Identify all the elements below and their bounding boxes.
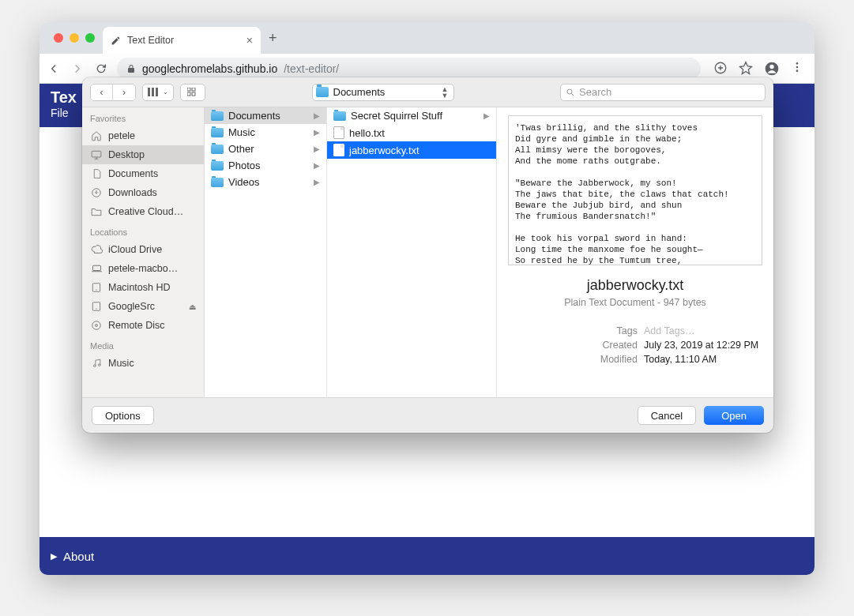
menu-icon[interactable]	[791, 61, 803, 77]
disc-icon	[90, 319, 103, 332]
reload-button[interactable]	[93, 61, 109, 77]
maximize-window[interactable]	[85, 33, 95, 43]
folder-icon	[333, 111, 346, 121]
svg-point-5	[796, 69, 799, 72]
install-icon[interactable]	[713, 61, 728, 77]
nav-forward-button[interactable]: ›	[113, 85, 135, 100]
footer-about: About	[63, 550, 94, 563]
profile-icon[interactable]	[764, 61, 780, 77]
folder-item-label: Documents	[228, 110, 280, 122]
sidebar-item-icloud-drive[interactable]: iCloud Drive	[82, 240, 204, 259]
sidebar-item-remote-disc[interactable]: Remote Disc	[82, 316, 204, 335]
modified-value: Today, 11:10 AM	[644, 354, 762, 365]
doc-icon	[90, 167, 103, 180]
new-tab-button[interactable]: +	[269, 30, 277, 47]
folder-item[interactable]: Documents▶	[205, 107, 326, 124]
sidebar-item-label: Creative Cloud…	[108, 206, 183, 217]
folder-item[interactable]: Videos▶	[205, 174, 326, 190]
home-icon	[90, 130, 103, 142]
hdd-icon	[90, 281, 103, 294]
sidebar-item-downloads[interactable]: Downloads	[82, 183, 204, 202]
folder-icon	[211, 161, 224, 171]
cancel-button[interactable]: Cancel	[638, 406, 696, 425]
preview-filename: jabberwocky.txt	[508, 277, 762, 294]
back-button[interactable]	[46, 61, 62, 77]
minimize-window[interactable]	[70, 33, 79, 43]
close-window[interactable]	[54, 33, 63, 43]
chevron-right-icon: ▶	[314, 178, 320, 186]
view-mode-button[interactable]: ⌄	[142, 84, 174, 101]
sidebar-item-macintosh-hd[interactable]: Macintosh HD	[82, 278, 204, 297]
modified-label: Modified	[600, 354, 638, 365]
preview-kind: Plain Text Document - 947 bytes	[508, 297, 762, 308]
folder-item[interactable]: Photos▶	[205, 157, 326, 174]
sidebar-section-header: Media	[82, 335, 204, 354]
url-host: googlechromelabs.github.io	[142, 62, 277, 75]
svg-rect-7	[152, 88, 154, 96]
svg-point-20	[96, 308, 96, 309]
sidebar-item-music[interactable]: Music	[82, 354, 204, 373]
music-icon	[90, 357, 103, 370]
sidebar-item-desktop[interactable]: Desktop	[82, 145, 204, 164]
folder-item-label: Photos	[228, 160, 260, 171]
svg-rect-14	[92, 151, 101, 157]
hdd-icon	[90, 300, 103, 313]
sidebar-item-label: Desktop	[108, 149, 145, 160]
sidebar-item-googlesrc[interactable]: GoogleSrc⏏	[82, 297, 204, 316]
forward-button[interactable]	[70, 61, 85, 77]
sidebar-item-documents[interactable]: Documents	[82, 164, 204, 183]
svg-rect-8	[156, 88, 158, 96]
updown-icon: ▲▼	[442, 86, 449, 99]
download-icon	[90, 186, 103, 199]
sidebar-item-label: Macintosh HD	[108, 282, 171, 293]
svg-rect-12	[192, 92, 195, 96]
close-tab-icon[interactable]: ×	[246, 34, 253, 47]
preview-pane: 'Twas brillig, and the slithy toves Did …	[497, 107, 773, 397]
sidebar-item-creative-cloud-[interactable]: Creative Cloud…	[82, 202, 204, 221]
sidebar-section-header: Locations	[82, 221, 204, 240]
group-button[interactable]	[180, 84, 205, 101]
eject-icon[interactable]: ⏏	[189, 302, 196, 311]
file-item[interactable]: jabberwocky.txt	[327, 141, 496, 159]
sidebar-section-header: Favorites	[82, 107, 204, 126]
lock-icon	[126, 64, 136, 73]
search-input[interactable]: Search	[560, 84, 766, 101]
chevron-right-icon: ▶	[483, 111, 490, 120]
app-footer[interactable]: ▶ About	[40, 537, 814, 575]
tags-value[interactable]: Add Tags…	[644, 325, 762, 336]
folder-dropdown[interactable]: Documents ▲▼	[312, 84, 454, 101]
folder-icon	[211, 111, 224, 121]
svg-point-18	[96, 289, 96, 290]
svg-rect-16	[92, 265, 100, 270]
column-folders: Documents▶Music▶Other▶Photos▶Videos▶	[205, 107, 327, 397]
laptop-icon	[90, 262, 103, 275]
sidebar-item-label: Remote Disc	[108, 320, 165, 331]
dialog-toolbar: ‹ › ⌄ Documents ▲▼ Search	[82, 77, 773, 107]
options-button[interactable]: Options	[92, 406, 154, 425]
file-item[interactable]: hello.txt	[327, 124, 496, 141]
item-label: jabberwocky.txt	[349, 145, 419, 156]
browser-tab[interactable]: Text Editor ×	[103, 27, 261, 54]
sidebar-item-label: petele	[108, 130, 135, 141]
tab-strip: Text Editor × +	[40, 22, 814, 54]
preview-text: 'Twas brillig, and the slithy toves Did …	[508, 115, 762, 265]
sidebar-item-petele-macbo-[interactable]: petele-macbo…	[82, 259, 204, 278]
search-placeholder: Search	[579, 86, 611, 98]
folder-item-label: Videos	[228, 176, 260, 188]
svg-point-13	[567, 89, 572, 94]
folder-icon	[211, 145, 224, 154]
nav-back-button[interactable]: ‹	[91, 85, 113, 100]
folder-item[interactable]: Music▶	[205, 124, 326, 141]
chevron-right-icon: ▶	[314, 111, 320, 120]
folder-item[interactable]: Other▶	[205, 141, 326, 157]
bookmark-icon[interactable]	[739, 61, 753, 77]
window-controls	[46, 33, 103, 43]
open-button[interactable]: Open	[704, 406, 764, 425]
address-bar[interactable]: googlechromelabs.github.io/text-editor/	[117, 58, 701, 80]
folder-icon	[316, 87, 329, 97]
folder-item-label: Music	[228, 126, 255, 138]
url-path: /text-editor/	[284, 62, 339, 75]
sidebar-item-petele[interactable]: petele	[82, 126, 204, 145]
folder-item[interactable]: Secret Squirrel Stuff▶	[327, 107, 496, 124]
created-label: Created	[603, 340, 638, 351]
